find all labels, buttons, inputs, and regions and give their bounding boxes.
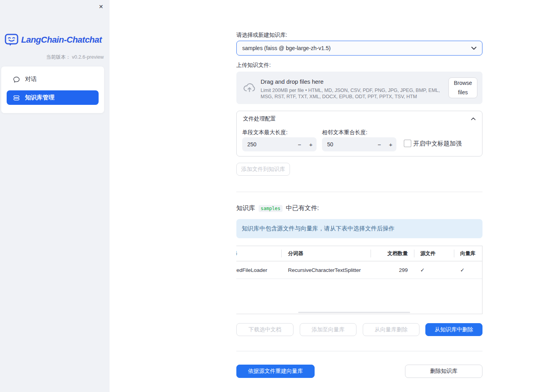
minus-icon[interactable]: − <box>294 137 305 151</box>
table-row[interactable]: UnstructuredFileLoader RecursiveCharacte… <box>236 261 482 279</box>
kb-select-label: 请选择或新建知识库: <box>236 32 482 38</box>
column-header-loader[interactable]: 文档加载器 <box>236 246 281 261</box>
app-logo: LangChain-Chatchat <box>5 34 102 46</box>
knowledge-base-icon <box>13 94 20 101</box>
logo-text: LangChain-Chatchat <box>21 35 102 45</box>
kb-files-heading: 知识库 samples 中已有文件: <box>236 204 482 212</box>
kb-files-suffix: 中已有文件: <box>286 204 319 212</box>
dropzone-title: Drag and drop files here <box>261 78 324 85</box>
info-alert-text: 知识库中包含源文件与向量库，请从下表中选择文件后操作 <box>242 225 394 232</box>
cell-doc-count: 299 <box>371 261 414 279</box>
sidebar-menu: 对话 知识库管理 <box>1 67 104 113</box>
version-value: v0.2.6-preview <box>72 54 104 60</box>
add-to-vector-store-button[interactable]: 添加至向量库 <box>300 323 356 336</box>
add-files-to-kb-button[interactable]: 添加文件到知识库 <box>236 163 290 176</box>
sidebar-item-label: 对话 <box>25 76 37 83</box>
cloud-upload-icon <box>242 81 257 95</box>
delete-kb-base-button[interactable]: 删除知识库 <box>405 365 482 378</box>
sidebar-item-chat[interactable]: 对话 <box>7 72 99 86</box>
kb-select-value: samples (faiss @ bge-large-zh-v1.5) <box>242 45 471 51</box>
kb-files-table[interactable]: 文档加载器 分词器 文档数量 源文件 向量库 UnstructuredFileL… <box>236 246 482 314</box>
table-horizontal-scrollbar[interactable] <box>298 312 410 313</box>
expander-header[interactable]: 文件处理配置 <box>237 111 482 127</box>
kb-files-prefix: 知识库 <box>236 204 255 212</box>
cell-vector-store-check: ✓ <box>454 261 482 279</box>
sidebar-close-icon[interactable]: ✕ <box>97 3 105 11</box>
delete-from-vector-store-button[interactable]: 从向量库删除 <box>363 323 419 336</box>
info-alert: 知识库中包含源文件与向量库，请从下表中选择文件后操作 <box>236 219 482 238</box>
divider <box>236 351 482 351</box>
version-text: 当前版本： v0.2.6-preview <box>46 54 104 61</box>
sidebar-item-label: 知识库管理 <box>25 94 54 101</box>
dropzone-limit-text: Limit 200MB per file • HTML, MD, JSON, C… <box>261 87 448 100</box>
upload-label: 上传知识文件: <box>236 62 482 68</box>
column-header-splitter[interactable]: 分词器 <box>281 246 371 261</box>
cell-splitter: RecursiveCharacterTextSplitter <box>281 261 371 279</box>
chunk-size-value: 250 <box>242 141 294 147</box>
expander-title: 文件处理配置 <box>243 115 471 122</box>
column-header-source-file[interactable]: 源文件 <box>414 246 454 261</box>
column-header-doc-count[interactable]: 文档数量 <box>371 246 414 261</box>
divider <box>236 192 482 192</box>
plus-icon[interactable]: + <box>305 137 317 151</box>
table-action-buttons: 下载选中文档 添加至向量库 从向量库删除 从知识库中删除 <box>236 323 482 336</box>
delete-from-kb-button[interactable]: 从知识库中删除 <box>425 323 482 336</box>
download-selected-docs-button[interactable]: 下载选中文档 <box>236 323 293 336</box>
rebuild-vector-store-button[interactable]: 依据源文件重建向量库 <box>236 365 315 378</box>
chunk-overlap-stepper[interactable]: 50 − + <box>322 137 396 151</box>
chunk-overlap-label: 相邻文本重合长度: <box>322 129 367 136</box>
zh-title-enhance-checkbox[interactable] <box>404 140 411 147</box>
zh-title-enhance-label[interactable]: 开启中文标题加强 <box>413 140 462 148</box>
kb-name-code: samples <box>259 205 283 212</box>
browse-files-button[interactable]: Browse files <box>448 77 477 98</box>
logo-chat-smiley-icon <box>5 34 19 46</box>
file-uploader-dropzone[interactable]: Drag and drop files here Limit 200MB per… <box>236 72 482 104</box>
cell-source-file-check: ✓ <box>414 261 454 279</box>
plus-icon[interactable]: + <box>385 137 396 151</box>
sidebar-item-kb-management[interactable]: 知识库管理 <box>7 90 99 105</box>
column-header-vector-store[interactable]: 向量库 <box>454 246 482 261</box>
minus-icon[interactable]: − <box>374 137 385 151</box>
table-header-row: 文档加载器 分词器 文档数量 源文件 向量库 <box>236 246 482 261</box>
chevron-up-icon <box>471 117 476 120</box>
app-root: ✕ LangChain-Chatchat 当前版本： v0.2.6-previe… <box>0 0 540 392</box>
sidebar: ✕ LangChain-Chatchat 当前版本： v0.2.6-previe… <box>0 0 110 392</box>
file-config-expander: 文件处理配置 单段文本最大长度: 相邻文本重合长度: 250 − + 50 − … <box>236 111 482 156</box>
chat-bubble-icon <box>13 76 20 83</box>
chunk-size-stepper[interactable]: 250 − + <box>242 137 317 151</box>
version-label: 当前版本： <box>46 54 71 60</box>
chunk-overlap-value: 50 <box>322 141 374 147</box>
cell-loader: UnstructuredFileLoader <box>236 261 281 279</box>
chevron-down-icon <box>471 47 477 50</box>
chunk-size-label: 单段文本最大长度: <box>242 129 288 136</box>
kb-select-dropdown[interactable]: samples (faiss @ bge-large-zh-v1.5) <box>236 41 482 56</box>
